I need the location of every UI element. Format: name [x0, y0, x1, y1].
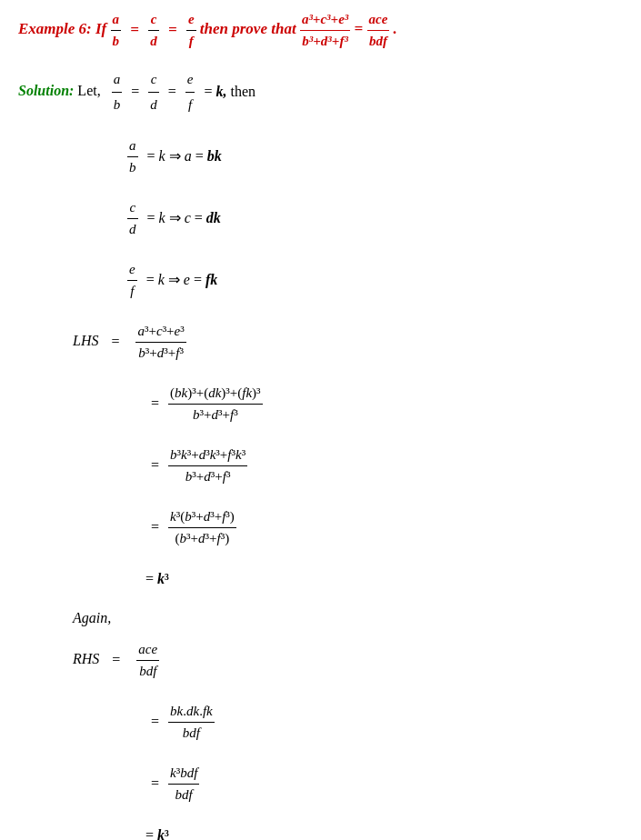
lhs-line2: = (bk)³+(dk)³+(fk)³ b³+d³+f³	[145, 383, 623, 425]
lhs-fraction-title: a³+c³+e³ b³+d³+f³	[300, 20, 355, 37]
solution-label: Solution:	[18, 83, 77, 98]
rhs-result: = k³	[145, 825, 623, 840]
again-text: Again,	[73, 610, 623, 626]
condition-fraction: a b = c d = e f	[111, 20, 200, 37]
rhs-line1: RHS = ace bdf	[73, 639, 623, 681]
lhs-result: = k³	[145, 568, 623, 590]
equals-title: =	[355, 20, 367, 37]
rhs-line3: = k³bdf bdf	[145, 763, 623, 805]
lhs-line1: LHS = a³+c³+e³ b³+d³+f³	[73, 321, 623, 363]
example-title: Example 6: If a b = c d = e f then prove…	[18, 9, 623, 51]
step-c: c d = k ⇒ c = dk	[127, 197, 623, 239]
let-fractions: a b = c d = e f = k, then	[112, 83, 261, 98]
example-prefix: Example 6: If	[18, 20, 111, 37]
step-a: a b = k ⇒ a = bk	[127, 135, 623, 177]
let-text: Let,	[77, 83, 107, 98]
lhs-line4: = k³(b³+d³+f³) (b³+d³+f³)	[145, 506, 623, 548]
lhs-label: LHS	[73, 333, 98, 348]
rhs-label: RHS	[73, 651, 99, 666]
rhs-fraction-title: ace bdf	[367, 20, 394, 37]
rhs-line2: = bk.dk.fk bdf	[145, 701, 623, 743]
solution-intro: Solution: Let, a b = c d = e f = k, then	[18, 67, 623, 117]
then-prove-text: then prove that	[200, 20, 300, 37]
period: .	[394, 20, 397, 37]
lhs-line3: = b³k³+d³k³+f³k³ b³+d³+f³	[145, 445, 623, 486]
step-e: e f = k ⇒ e = fk	[127, 259, 623, 301]
